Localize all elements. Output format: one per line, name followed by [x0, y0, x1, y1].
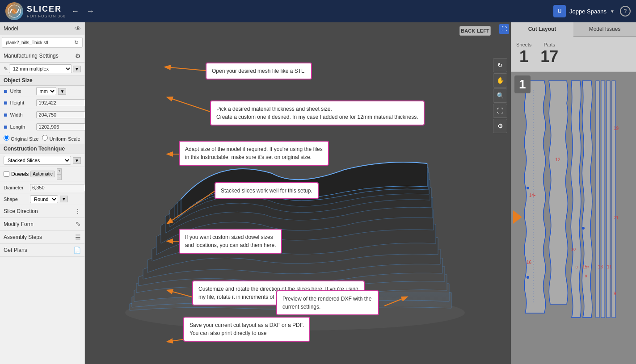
sheets-label: Sheets [516, 42, 531, 47]
scale-radio-row: Original Size Uniform Scale [0, 133, 84, 144]
construction-select[interactable]: Stacked Slices [4, 156, 71, 165]
logo-text: SLICER FOR FUSION 360 [27, 4, 66, 18]
assembly-steps-row[interactable]: Assembly Steps ☰ [0, 231, 84, 244]
model-file-row: plank2_hills_Thick.stl ↻ [2, 37, 83, 48]
mfg-select-row: ✎ 12 mm multiplex ▼ [0, 63, 84, 75]
svg-rect-17 [607, 81, 610, 318]
svg-point-1 [12, 8, 17, 14]
svg-text:12: 12 [555, 157, 560, 162]
mfg-preset-select[interactable]: 12 mm multiplex [9, 64, 72, 73]
assembly-steps-icon: ☰ [75, 234, 81, 241]
svg-text:8: 8 [575, 265, 577, 269]
header-left: SLICER FOR FUSION 360 ← → [5, 2, 94, 20]
shape-select[interactable]: Round [30, 195, 58, 203]
tab-cut-layout[interactable]: Cut Layout [511, 22, 573, 37]
3d-viewport[interactable]: ⛶ BACK LEFT ↻ ✋ 🔍 ⛶ ⚙ [85, 22, 511, 364]
dowels-add-button[interactable]: + [57, 168, 62, 174]
width-icon: ■ [4, 111, 7, 118]
length-row: ■ Length ▲ ▼ [0, 121, 84, 133]
tab-model-issues[interactable]: Model Issues [573, 22, 636, 36]
dowels-remove-button[interactable]: - [57, 174, 62, 180]
modify-form-icon: ✎ [76, 221, 81, 228]
units-dropdown-button[interactable]: ▼ [58, 88, 66, 95]
reload-model-button[interactable]: ↻ [74, 39, 79, 46]
user-icon: U [553, 5, 566, 17]
nav-forward-button[interactable]: → [86, 7, 94, 16]
svg-point-31 [526, 276, 529, 279]
sheet-number-badge: 1 [514, 75, 531, 93]
user-dropdown-button[interactable]: ▼ [610, 9, 615, 14]
units-icon: ■ [4, 88, 7, 95]
annotation-stacked: Stacked slices work well for this setup. [215, 182, 319, 199]
header-right: U Joppe Spaans ▼ ? [553, 5, 631, 17]
height-icon: ■ [4, 99, 7, 106]
height-row: ■ Height 192,422 ▲ ▼ [0, 97, 84, 109]
nav-back-button[interactable]: ← [71, 7, 79, 16]
annotation-size: Adapt size of the model if required. If … [179, 141, 329, 166]
settings-label: Manufacturing Settings [4, 53, 59, 59]
nav-left-label: LEFT [477, 28, 489, 33]
dowels-add-remove: + - [57, 168, 62, 180]
shape-row: Shape Round ▼ [0, 194, 84, 205]
svg-rect-16 [601, 81, 605, 318]
uniform-scale-label[interactable]: Uniform Scale [42, 135, 80, 142]
svg-text:13: 13 [598, 264, 603, 269]
svg-text:10: 10 [571, 247, 576, 251]
original-size-radio[interactable] [4, 135, 9, 141]
svg-rect-15 [596, 81, 599, 318]
modify-form-row[interactable]: Modify Form ✎ [0, 218, 84, 231]
dowels-row: Dowels Automatic + - [0, 167, 84, 182]
original-size-label[interactable]: Original Size [4, 135, 38, 142]
model-eye-button[interactable]: 👁 [75, 25, 81, 32]
shape-dropdown-button[interactable]: ▼ [60, 196, 68, 202]
stats-row: Sheets 1 Parts 17 [511, 37, 636, 72]
header-nav: ← → [71, 7, 94, 16]
dowels-checkbox[interactable] [4, 171, 9, 177]
object-size-header: Object Size [0, 75, 84, 86]
settings-gear-button[interactable]: ⚙ [75, 52, 81, 59]
width-label: Width [10, 112, 34, 117]
logo-icon [5, 2, 23, 20]
modify-form-label: Modify Form [4, 221, 34, 227]
get-plans-row[interactable]: Get Plans 📄 [0, 244, 84, 257]
parts-label: Parts [543, 42, 555, 47]
preview-arrow-indicator [511, 208, 524, 228]
model-section-header: Model 👁 [0, 22, 84, 35]
svg-point-30 [526, 187, 529, 189]
construction-dropdown-button[interactable]: ▼ [73, 157, 81, 164]
annotation-open-stl: Open your desired mesh file like a STL. [206, 63, 312, 79]
nav-back-label: BACK [461, 28, 475, 33]
construction-select-row: Stacked Slices ▼ [0, 154, 84, 167]
svg-point-32 [582, 227, 585, 230]
svg-text:15•: 15• [582, 264, 589, 269]
dowels-auto-button[interactable]: Automatic [30, 171, 55, 177]
user-name: Joppe Spaans [569, 8, 607, 15]
help-button[interactable]: ? [620, 6, 631, 17]
svg-text:14•: 14• [529, 193, 536, 198]
logo: SLICER FOR FUSION 360 [5, 2, 66, 20]
app-title: SLICER [27, 4, 66, 14]
model-label: Model [4, 25, 18, 32]
svg-text:8: 8 [585, 274, 587, 278]
svg-text:11: 11 [607, 264, 612, 269]
annotation-dowels: If you want custom sized dowel sizes and… [179, 229, 282, 254]
header: SLICER FOR FUSION 360 ← → U Joppe Spaans… [0, 0, 636, 22]
svg-text:16: 16 [526, 260, 532, 265]
sheets-value: 1 [519, 47, 528, 66]
units-select[interactable]: mm [36, 87, 56, 95]
slice-direction-row[interactable]: Slice Direction ⋮ [0, 205, 84, 218]
units-label: Units [10, 88, 34, 94]
nav-cube[interactable]: BACK LEFT [459, 26, 491, 53]
get-plans-icon: 📄 [73, 247, 81, 254]
app-subtitle: FOR FUSION 360 [27, 14, 66, 18]
cut-layout-preview: 1 14• [511, 72, 636, 364]
units-row: ■ Units mm ▼ [0, 86, 84, 97]
parts-stat: Parts 17 [540, 42, 558, 66]
dowels-label: Dowels [11, 171, 29, 177]
user-area: U Joppe Spaans ▼ [553, 5, 615, 17]
nav-cube-display: BACK LEFT [459, 26, 491, 36]
shape-label: Shape [4, 197, 28, 202]
uniform-scale-radio[interactable] [42, 135, 48, 141]
mfg-dropdown-button[interactable]: ▼ [73, 66, 81, 72]
expand-viewport-button[interactable]: ⛶ [499, 24, 509, 34]
